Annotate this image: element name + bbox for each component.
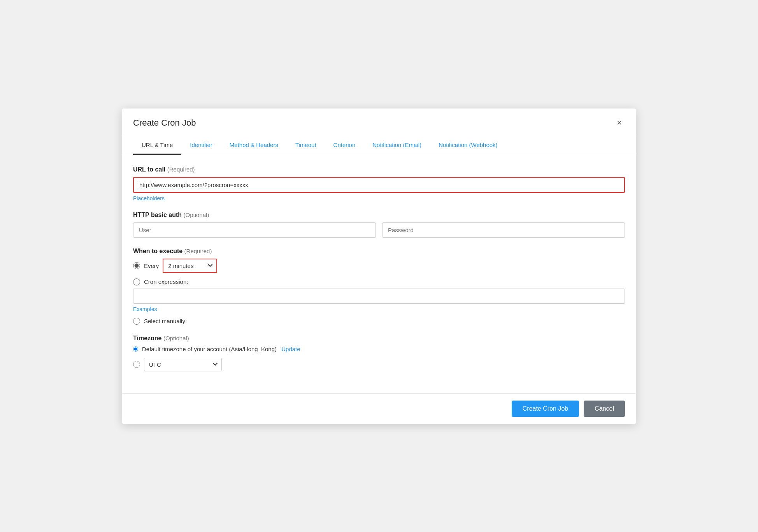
create-cron-job-modal: Create Cron Job × URL & Time Identifier … xyxy=(122,108,636,424)
tab-notification-webhook[interactable]: Notification (Webhook) xyxy=(430,136,506,155)
utc-select-row: UTC Asia/Hong_Kong America/New_York Euro… xyxy=(133,358,625,371)
interval-select[interactable]: 1 minute 2 minutes 5 minutes 10 minutes … xyxy=(163,259,217,273)
modal-body: URL to call (Required) Placeholders HTTP… xyxy=(122,155,636,389)
tab-url-time[interactable]: URL & Time xyxy=(133,136,181,155)
radio-cron-row: Cron expression: Examples xyxy=(133,278,625,312)
radio-manual-label: Select manually: xyxy=(144,318,187,324)
password-input[interactable] xyxy=(382,222,625,238)
tab-method-headers[interactable]: Method & Headers xyxy=(221,136,287,155)
timezone-label: Timezone (Optional) xyxy=(133,335,625,342)
execute-section: When to execute (Required) Every 1 minut… xyxy=(133,248,625,325)
radio-every-label: Every xyxy=(144,262,159,269)
radio-manual[interactable] xyxy=(133,318,140,325)
cron-expression-input[interactable] xyxy=(133,289,625,304)
auth-section: HTTP basic auth (Optional) xyxy=(133,212,625,238)
utc-select[interactable]: UTC Asia/Hong_Kong America/New_York Euro… xyxy=(144,358,222,371)
tab-notification-email[interactable]: Notification (Email) xyxy=(364,136,430,155)
auth-inputs-row xyxy=(133,222,625,238)
default-tz-label: Default timezone of your account (Asia/H… xyxy=(142,346,300,352)
default-tz-row: Default timezone of your account (Asia/H… xyxy=(133,346,625,352)
cancel-button[interactable]: Cancel xyxy=(584,401,625,417)
update-timezone-link[interactable]: Update xyxy=(281,346,300,352)
interval-select-wrap: 1 minute 2 minutes 5 minutes 10 minutes … xyxy=(163,259,217,273)
close-button[interactable]: × xyxy=(614,117,625,129)
auth-label: HTTP basic auth (Optional) xyxy=(133,212,625,219)
radio-default-timezone[interactable] xyxy=(133,346,138,352)
radio-every[interactable] xyxy=(133,262,140,269)
tab-criterion[interactable]: Criterion xyxy=(325,136,364,155)
radio-cron-label: Cron expression: xyxy=(144,278,188,285)
timezone-section: Timezone (Optional) Default timezone of … xyxy=(133,335,625,371)
radio-cron[interactable] xyxy=(133,278,140,285)
examples-link[interactable]: Examples xyxy=(133,306,157,312)
create-cron-job-button[interactable]: Create Cron Job xyxy=(512,401,579,417)
execute-radio-group: Every 1 minute 2 minutes 5 minutes 10 mi… xyxy=(133,259,625,325)
tab-identifier[interactable]: Identifier xyxy=(181,136,221,155)
user-input[interactable] xyxy=(133,222,376,238)
timezone-radio-group: Default timezone of your account (Asia/H… xyxy=(133,346,625,371)
radio-every-row: Every 1 minute 2 minutes 5 minutes 10 mi… xyxy=(133,259,625,273)
url-section: URL to call (Required) Placeholders xyxy=(133,166,625,201)
tab-timeout[interactable]: Timeout xyxy=(287,136,325,155)
modal-title: Create Cron Job xyxy=(133,118,196,128)
placeholders-link[interactable]: Placeholders xyxy=(133,195,165,201)
modal-footer: Create Cron Job Cancel xyxy=(122,393,636,424)
modal-header: Create Cron Job × xyxy=(122,108,636,136)
tab-bar: URL & Time Identifier Method & Headers T… xyxy=(122,136,636,155)
radio-manual-row: Select manually: xyxy=(133,318,625,325)
url-input[interactable] xyxy=(133,177,625,193)
url-label: URL to call (Required) xyxy=(133,166,625,173)
execute-label: When to execute (Required) xyxy=(133,248,625,255)
radio-utc-timezone[interactable] xyxy=(133,361,140,368)
